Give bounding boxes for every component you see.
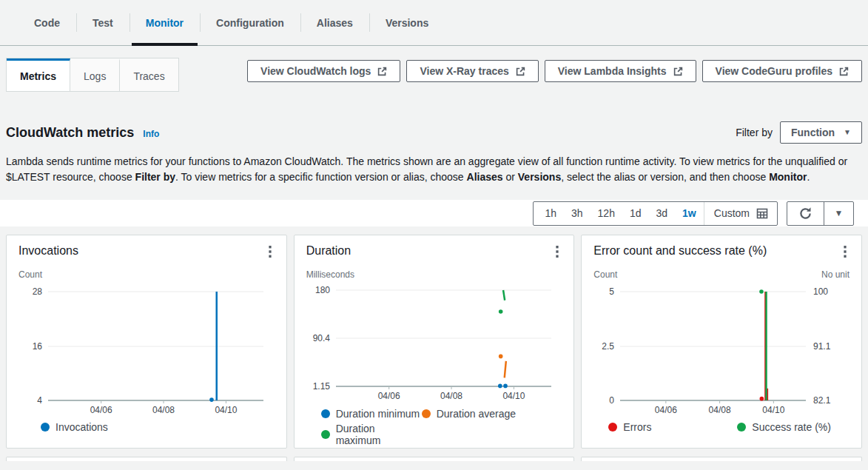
- kebab-menu-button[interactable]: [553, 244, 562, 261]
- filter-by-value: Function: [791, 127, 835, 138]
- time-toolbar: 1h3h12h1d3d1w Custom ▼: [0, 200, 868, 226]
- legend-color-swatch: [422, 409, 431, 418]
- caret-down-icon: ▼: [844, 129, 851, 136]
- subtab-traces[interactable]: Traces: [120, 58, 178, 91]
- view-lambda-insights-button[interactable]: View Lambda Insights: [545, 60, 696, 82]
- legend-label: Duration minimum: [336, 408, 420, 420]
- chart-plot: 2816404/0604/0804/10: [18, 282, 274, 417]
- legend-label: Duration average: [437, 408, 516, 420]
- chart-card-duration: DurationMilliseconds18090.41.1504/0604/0…: [294, 235, 575, 449]
- refresh-options-button[interactable]: ▼: [824, 202, 853, 225]
- calendar-icon: [756, 207, 768, 219]
- time-range-3d[interactable]: 3d: [649, 202, 676, 225]
- tab-test[interactable]: Test: [76, 0, 129, 45]
- kebab-menu-button[interactable]: [266, 244, 275, 261]
- kebab-menu-button[interactable]: [841, 244, 850, 261]
- chart-card: [294, 457, 575, 461]
- legend-label: Duration maximum: [336, 423, 422, 446]
- info-link[interactable]: Info: [143, 129, 159, 139]
- time-range-12h[interactable]: 12h: [591, 202, 622, 225]
- kebab-menu-icon: [844, 246, 847, 258]
- page-title: CloudWatch metrics: [6, 125, 134, 141]
- chart-card-header: Duration: [306, 244, 562, 261]
- svg-text:82.1: 82.1: [813, 395, 831, 406]
- legend-color-swatch: [737, 423, 746, 432]
- chart-card-error-count-and-success-rate: Error count and success rate (%)CountNo …: [581, 235, 862, 449]
- tab-code[interactable]: Code: [18, 0, 76, 45]
- y-axis-left-unit: Count: [18, 269, 42, 280]
- button-label: View CodeGuru profiles: [716, 65, 832, 77]
- subtab-logs[interactable]: Logs: [70, 58, 120, 91]
- legend-item-duration-minimum[interactable]: Duration minimum: [321, 408, 422, 420]
- svg-text:04/06: 04/06: [655, 405, 677, 415]
- view-codeguru-profiles-button[interactable]: View CodeGuru profiles: [702, 60, 862, 82]
- svg-text:04/06: 04/06: [377, 391, 400, 401]
- svg-text:04/10: 04/10: [763, 405, 785, 415]
- svg-text:04/08: 04/08: [152, 405, 175, 415]
- button-label: View Lambda Insights: [558, 65, 667, 77]
- external-link-icon: [839, 67, 849, 76]
- chart-legend: Duration minimumDuration averageDuration…: [306, 408, 562, 446]
- svg-text:100: 100: [813, 286, 828, 297]
- action-buttons: View CloudWatch logsView X-Ray tracesVie…: [247, 58, 862, 82]
- legend-color-swatch: [321, 409, 330, 418]
- tab-versions[interactable]: Versions: [369, 0, 445, 45]
- tab-configuration[interactable]: Configuration: [200, 0, 300, 45]
- chart-card-header: Error count and success rate (%): [593, 244, 850, 261]
- legend-label: Invocations: [55, 421, 108, 433]
- svg-text:16: 16: [33, 341, 43, 352]
- button-label: View X-Ray traces: [420, 65, 508, 77]
- time-range-1w[interactable]: 1w: [675, 202, 704, 225]
- chart-card-invocations: InvocationsCount2816404/0604/0804/10Invo…: [6, 235, 287, 449]
- legend-item-invocations[interactable]: Invocations: [41, 421, 275, 433]
- custom-range-button[interactable]: Custom: [704, 202, 777, 225]
- y-axis-right-unit: No unit: [821, 269, 850, 280]
- kebab-menu-icon: [269, 246, 272, 258]
- svg-text:04/10: 04/10: [215, 405, 237, 415]
- chart-title: Duration: [306, 244, 351, 258]
- svg-text:0: 0: [610, 395, 615, 406]
- time-range-3h[interactable]: 3h: [564, 202, 591, 225]
- legend-item-success-rate[interactable]: Success rate (%): [737, 421, 850, 433]
- subtab-metrics[interactable]: Metrics: [7, 58, 70, 91]
- chart-plot: 18090.41.1504/0604/0804/10: [306, 282, 562, 403]
- chart-card-header: Invocations: [18, 244, 275, 261]
- y-axis-left-unit: Milliseconds: [306, 269, 354, 280]
- custom-range-label: Custom: [714, 207, 750, 219]
- svg-text:90.4: 90.4: [312, 333, 330, 343]
- time-range-1h[interactable]: 1h: [534, 202, 564, 225]
- kebab-menu-icon: [556, 246, 559, 258]
- tab-monitor[interactable]: Monitor: [129, 0, 200, 45]
- external-link-icon: [377, 67, 387, 76]
- view-cloudwatch-logs-button[interactable]: View CloudWatch logs: [247, 60, 400, 82]
- chart-title: Error count and success rate (%): [593, 244, 767, 258]
- chart-legend: ErrorsSuccess rate (%): [593, 421, 850, 433]
- time-range-1d[interactable]: 1d: [622, 202, 649, 225]
- legend-item-duration-average[interactable]: Duration average: [422, 408, 562, 420]
- time-range-control: 1h3h12h1d3d1w Custom: [533, 201, 778, 226]
- svg-text:5: 5: [610, 286, 615, 297]
- refresh-button[interactable]: [787, 202, 824, 225]
- svg-text:04/06: 04/06: [90, 405, 112, 415]
- next-charts-row-peek: [6, 457, 862, 461]
- legend-item-duration-maximum[interactable]: Duration maximum: [321, 423, 422, 446]
- axis-unit-labels: Milliseconds: [306, 269, 562, 280]
- legend-item-errors[interactable]: Errors: [608, 421, 737, 433]
- chart-card: [6, 457, 287, 461]
- external-link-icon: [673, 67, 683, 76]
- refresh-control: ▼: [787, 201, 854, 226]
- svg-text:04/10: 04/10: [502, 391, 525, 401]
- chart-card: [581, 457, 862, 461]
- filter-by-dropdown[interactable]: Function ▼: [780, 121, 862, 144]
- view-x-ray-traces-button[interactable]: View X-Ray traces: [406, 60, 538, 82]
- time-range-options: 1h3h12h1d3d1w: [534, 202, 703, 225]
- external-link-icon: [516, 67, 525, 76]
- svg-text:2.5: 2.5: [602, 341, 615, 352]
- tab-aliases[interactable]: Aliases: [300, 0, 369, 45]
- svg-text:04/08: 04/08: [709, 405, 731, 415]
- refresh-icon: [798, 207, 813, 221]
- function-tab-bar: CodeTestMonitorConfigurationAliasesVersi…: [0, 0, 868, 46]
- svg-text:04/08: 04/08: [440, 391, 462, 401]
- legend-color-swatch: [321, 430, 330, 439]
- chart-plot: 52.5010091.182.104/0604/0804/10: [593, 282, 849, 417]
